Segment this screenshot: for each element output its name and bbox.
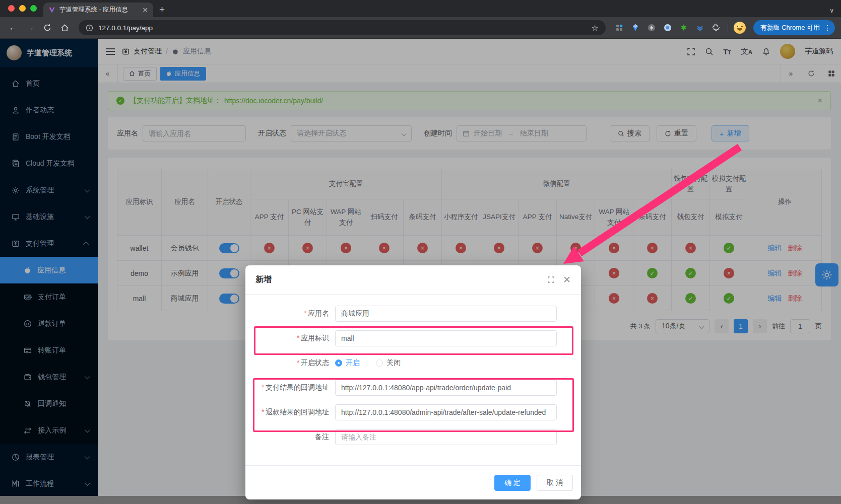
pay-notify-input[interactable] (341, 384, 551, 392)
dialog-close-icon[interactable]: ✕ (563, 274, 571, 285)
new-tab-button[interactable]: + (159, 4, 165, 15)
form-row-remark: 备注 (245, 429, 581, 445)
browser-toolbar: ← → 127.0.0.1/pay/app ☆ (0, 17, 841, 39)
browser-tab-strip: 芋道管理系统 - 应用信息 ✕ + ∨ (0, 0, 841, 17)
required-mark: * (297, 334, 299, 342)
extension-icon[interactable] (677, 21, 690, 34)
site-favicon (48, 7, 55, 14)
status-label: 开启状态 (301, 358, 329, 367)
required-mark: * (262, 383, 264, 391)
zoom-window-button[interactable] (30, 5, 37, 12)
radio-off-label: 关闭 (386, 358, 401, 368)
url-text[interactable]: 127.0.0.1/pay/app (98, 24, 586, 32)
required-mark: * (304, 309, 306, 317)
dialog-fullscreen-icon[interactable] (547, 276, 555, 283)
extension-icon[interactable] (661, 21, 674, 34)
app-name-label: 应用名 (308, 309, 329, 317)
browser-menu-icon[interactable]: ⋮ (824, 24, 831, 31)
radio-dot (376, 359, 383, 367)
dialog-footer: 确 定 取 消 (245, 465, 581, 499)
required-mark: * (262, 408, 264, 416)
create-app-dialog: 新增 ✕ *应用名 *应用标识 *开启状态 开启 关闭 (245, 265, 581, 499)
form-row-app-id: *应用标识 (245, 330, 581, 346)
required-mark: * (297, 358, 299, 367)
pay-notify-label: 支付结果的回调地址 (266, 383, 329, 391)
cancel-button[interactable]: 取 消 (537, 475, 573, 491)
home-icon[interactable] (57, 21, 72, 35)
refund-notify-label: 退款结果的回调地址 (266, 408, 329, 416)
chrome-update-label: 有新版 Chrome 可用 (760, 23, 820, 32)
extension-icon[interactable] (645, 21, 658, 34)
bookmark-star-icon[interactable]: ☆ (591, 23, 598, 33)
tab-search-chevron-icon[interactable]: ∨ (829, 7, 834, 14)
toolbar-divider (728, 23, 728, 32)
site-info-icon[interactable] (86, 24, 93, 32)
dialog-form: *应用名 *应用标识 *开启状态 开启 关闭 *支付结果的回调地址 *退款结果的… (245, 295, 581, 445)
back-icon[interactable]: ← (6, 21, 20, 35)
extension-icon[interactable] (629, 21, 642, 34)
app-id-label: 应用标识 (301, 334, 329, 342)
address-bar[interactable]: 127.0.0.1/pay/app ☆ (79, 20, 606, 35)
browser-tab[interactable]: 芋道管理系统 - 应用信息 ✕ (43, 3, 153, 17)
minimize-window-button[interactable] (19, 5, 26, 12)
refund-notify-input[interactable] (341, 408, 551, 416)
radio-dot (335, 359, 342, 367)
radio-status-on[interactable]: 开启 (335, 358, 360, 368)
dialog-app-id-input[interactable] (341, 334, 551, 342)
window-controls[interactable] (8, 5, 37, 12)
profile-avatar[interactable] (733, 21, 746, 34)
form-row-pay-notify: *支付结果的回调地址 (245, 380, 581, 396)
screen: 芋道管理系统 - 应用信息 ✕ + ∨ ← → 127.0.0.1/pay/ap… (0, 0, 841, 504)
dialog-title: 新增 (255, 274, 272, 285)
dialog-header: 新增 ✕ (245, 265, 581, 295)
radio-status-off[interactable]: 关闭 (376, 358, 401, 368)
close-tab-icon[interactable]: ✕ (142, 6, 148, 14)
form-row-refund-notify: *退款结果的回调地址 (245, 404, 581, 420)
radio-on-label: 开启 (346, 358, 360, 368)
extension-icon[interactable] (613, 21, 626, 34)
form-row-app-name: *应用名 (245, 306, 581, 322)
forward-icon[interactable]: → (23, 21, 37, 35)
form-row-status: *开启状态 开启 关闭 (245, 355, 581, 371)
extension-icon[interactable] (693, 21, 706, 34)
remark-input[interactable] (341, 433, 551, 441)
remark-label: 备注 (315, 433, 329, 441)
confirm-button[interactable]: 确 定 (494, 475, 531, 491)
reload-icon[interactable] (40, 21, 54, 35)
tab-title: 芋道管理系统 - 应用信息 (59, 6, 138, 14)
extensions-puzzle-icon[interactable] (709, 21, 723, 34)
close-window-button[interactable] (8, 5, 15, 12)
dialog-app-name-input[interactable] (341, 310, 551, 318)
chrome-update-button[interactable]: 有新版 Chrome 可用 ⋮ (753, 20, 835, 35)
